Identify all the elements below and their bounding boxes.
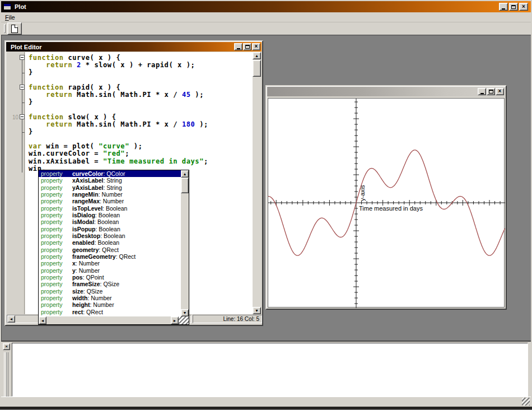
completion-row-y[interactable]: propertyy : Number <box>39 267 189 274</box>
close-icon: × <box>498 88 502 94</box>
screen-bottom-edge <box>0 407 532 410</box>
new-document-icon <box>11 25 18 33</box>
window-resize-grip[interactable] <box>522 398 530 406</box>
menu-file[interactable]: File <box>1 13 19 22</box>
editor-title-bar[interactable]: Plot Editor × <box>6 42 262 52</box>
window-icon <box>3 3 11 10</box>
code-line: return Math.sin( Math.PI * x / 45 ); <box>25 91 253 99</box>
completion-row-isDialog[interactable]: propertyisDialog : Boolean <box>39 212 189 218</box>
cursor-position-status: Line: 16 Col: 5 <box>223 316 260 322</box>
scroll-down-icon: ▼ <box>183 311 187 315</box>
scroll-right-icon: ► <box>173 319 177 323</box>
menu-file-rest: ile <box>9 14 15 21</box>
plot-minimize-button[interactable] <box>478 88 486 95</box>
minimize-button[interactable] <box>499 3 508 11</box>
code-line: return 2 * slow( x ) + rapid( x ); <box>25 62 253 69</box>
plot-canvas: y-axis Time measured in days <box>268 98 505 308</box>
scroll-down-icon: ▼ <box>255 309 259 313</box>
line-number-10: 10 <box>7 114 18 120</box>
scroll-left-icon: ◄ <box>41 319 45 323</box>
code-line: } <box>25 99 253 106</box>
editor-vscroll-thumb[interactable] <box>253 60 261 77</box>
popup-resize-grip[interactable] <box>179 316 189 324</box>
completion-row-height[interactable]: propertyheight : Number <box>39 301 189 308</box>
editor-maximize-button[interactable] <box>243 43 251 50</box>
completion-row-enabled[interactable]: propertyenabled : Boolean <box>39 239 189 246</box>
new-script-button[interactable] <box>7 22 22 35</box>
scroll-up-icon: ▲ <box>255 54 259 58</box>
popup-scroll-down-button[interactable]: ▼ <box>181 309 189 316</box>
maximize-icon <box>511 5 516 9</box>
fold-end-mark <box>22 132 25 133</box>
main-window-title: Plot <box>15 3 26 10</box>
plot-window-title-bar[interactable]: × <box>267 87 505 96</box>
scroll-left-button[interactable]: ◄ <box>7 315 15 323</box>
minimize-icon <box>480 93 484 94</box>
scroll-left-icon: ◄ <box>10 317 13 321</box>
editor-minimize-button[interactable] <box>234 43 242 50</box>
toolbar-handle[interactable] <box>4 24 6 33</box>
plot-maximize-button[interactable] <box>487 88 495 95</box>
scroll-down-button[interactable]: ▼ <box>253 307 261 314</box>
dock-drag-handle[interactable] <box>4 352 8 397</box>
completion-row-rangeMax[interactable]: propertyrangeMax : Number <box>39 198 189 204</box>
popup-scroll-left-button[interactable]: ◄ <box>39 316 46 324</box>
completion-row-geometry[interactable]: propertygeometry : QRect <box>39 246 189 253</box>
completion-list[interactable]: propertycurveColor : QColorpropertyxAxis… <box>39 170 189 316</box>
maximize-icon <box>489 90 493 94</box>
completion-row-width[interactable]: propertywidth : Number <box>39 295 189 301</box>
toolbar <box>1 22 531 35</box>
editor-vertical-scrollbar[interactable]: ▲ ▼ <box>253 52 261 314</box>
completion-row-isTopLevel[interactable]: propertyisTopLevel : Boolean <box>39 205 189 212</box>
output-dock: × <box>1 341 531 397</box>
completion-row-size[interactable]: propertysize : QSize <box>39 288 189 295</box>
popup-horizontal-scrollbar[interactable]: ◄ ► <box>39 316 179 324</box>
scroll-up-icon: ▲ <box>183 172 187 176</box>
code-line: } <box>25 128 253 136</box>
editor-close-button[interactable]: × <box>252 43 260 50</box>
popup-vertical-scrollbar[interactable]: ▲ ▼ <box>181 170 189 316</box>
completion-row-pos[interactable]: propertypos : QPoint <box>39 274 189 281</box>
completion-row-isPopup[interactable]: propertyisPopup : Boolean <box>39 226 189 232</box>
main-title-bar[interactable]: Plot × <box>1 1 531 12</box>
close-icon: × <box>255 44 258 49</box>
minimize-icon <box>237 48 240 49</box>
minimize-icon <box>502 8 505 10</box>
x-axis-label: Time measured in days <box>359 205 423 212</box>
completion-row-rect[interactable]: propertyrect : QRect <box>39 309 189 315</box>
editor-fold-margin[interactable]: 10 <box>7 52 25 314</box>
completion-row-yAxisLabel[interactable]: propertyyAxisLabel : String <box>39 184 189 191</box>
main-status-bar <box>1 397 531 407</box>
completion-row-rangeMin[interactable]: propertyrangeMin : Number <box>39 191 189 198</box>
completion-row-xAxisLabel[interactable]: propertyxAxisLabel : String <box>39 177 189 184</box>
fold-collapse-box[interactable] <box>20 55 25 60</box>
code-line: win.xAxisLabel = "Time measured in days"… <box>25 158 253 165</box>
completion-row-isModal[interactable]: propertyisModal : Boolean <box>39 218 189 225</box>
completion-row-frameGeometry[interactable]: propertyframeGeometry : QRect <box>39 253 189 260</box>
fold-end-mark <box>22 73 25 73</box>
fold-collapse-box[interactable] <box>20 85 25 90</box>
fold-end-mark <box>22 102 25 103</box>
dock-close-button[interactable]: × <box>3 343 10 350</box>
editor-window-title: Plot Editor <box>11 44 42 50</box>
close-icon: × <box>522 4 525 10</box>
editor-status-panel: Line: 16 Col: 5 <box>193 315 262 323</box>
menu-bar: File <box>1 12 531 22</box>
code-line: return Math.sin( Math.PI * x / 180 ); <box>25 121 253 128</box>
output-text-area[interactable] <box>12 343 528 397</box>
close-button[interactable]: × <box>519 3 528 11</box>
fold-collapse-box[interactable] <box>20 114 25 119</box>
completion-row-isDesktop[interactable]: propertyisDesktop : Boolean <box>39 232 189 239</box>
popup-vscroll-thumb[interactable] <box>181 178 189 193</box>
scroll-up-button[interactable]: ▲ <box>253 52 261 59</box>
completion-row-frameSize[interactable]: propertyframeSize : QSize <box>39 281 189 287</box>
application-root: Plot × File × y-axi <box>0 0 532 410</box>
maximize-icon <box>245 45 250 49</box>
popup-scroll-right-button[interactable]: ► <box>171 316 179 324</box>
completion-row-x[interactable]: propertyx : Number <box>39 260 189 267</box>
plot-close-button[interactable]: × <box>496 88 504 95</box>
popup-scroll-up-button[interactable]: ▲ <box>181 170 189 178</box>
plot-chart: y-axis Time measured in days <box>268 99 505 308</box>
completion-row-curveColor[interactable]: propertycurveColor : QColor <box>39 170 189 177</box>
maximize-button[interactable] <box>509 3 518 11</box>
